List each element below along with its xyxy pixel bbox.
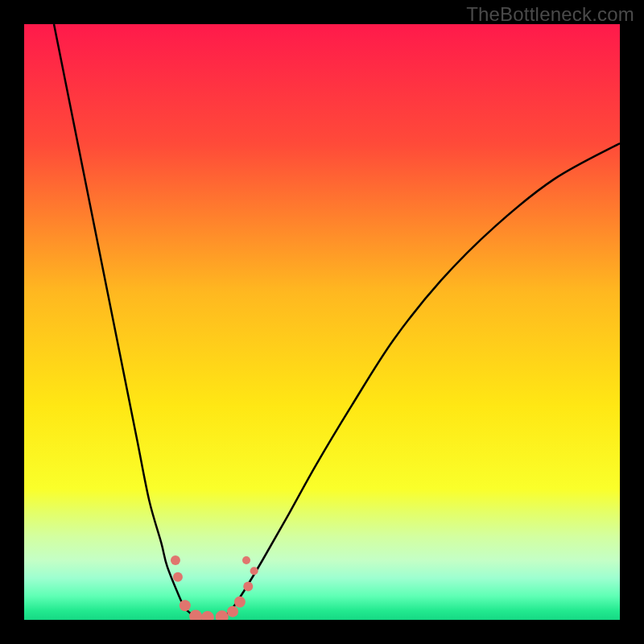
datapoint-marker [173, 572, 183, 582]
datapoint-marker [243, 582, 253, 592]
watermark-label: TheBottleneck.com [466, 3, 634, 26]
datapoint-marker [250, 567, 258, 575]
chart-frame: TheBottleneck.com [0, 0, 644, 644]
datapoint-marker [242, 556, 250, 564]
datapoint-marker [227, 606, 238, 617]
datapoint-marker [180, 600, 191, 611]
bottleneck-chart [24, 24, 620, 620]
datapoint-marker [171, 555, 180, 565]
datapoint-marker [234, 597, 246, 608]
